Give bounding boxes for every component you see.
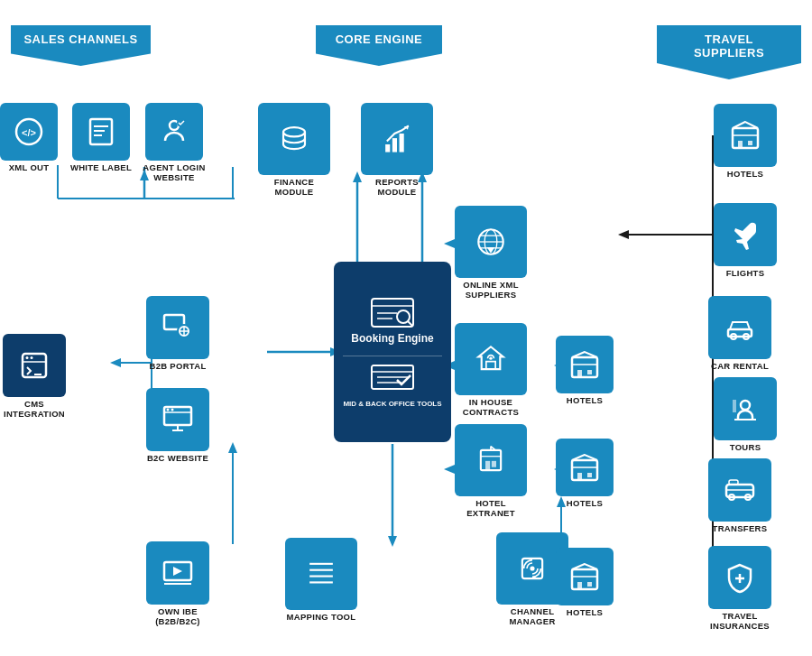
svg-marker-12: [110, 358, 121, 367]
ts-transfers-icon-box: [708, 458, 771, 522]
banner-core: CORE ENGINE: [316, 25, 442, 66]
svg-rect-122: [738, 141, 743, 148]
agent-login-label: AGENT LOGIN WEBSITE: [140, 162, 208, 183]
finance-label: FINANCE MODULE: [254, 177, 334, 198]
svg-rect-123: [748, 141, 752, 145]
svg-rect-105: [572, 357, 597, 377]
reports-icon-box: [361, 103, 433, 175]
svg-rect-108: [587, 370, 592, 374]
ts-transfers-label: TRANSFERS: [704, 523, 776, 533]
svg-point-61: [171, 409, 174, 411]
svg-rect-107: [577, 370, 582, 377]
svg-line-82: [408, 321, 412, 326]
in-house-label: IN HOUSE CONTRACTS: [450, 397, 531, 418]
svg-rect-131: [733, 400, 736, 412]
svg-rect-118: [587, 582, 592, 587]
cms-label: CMS INTEGRATION: [0, 399, 70, 420]
hotel-extranet-icon-box: [455, 424, 527, 496]
b2b-portal-icon-box: [146, 296, 209, 359]
svg-rect-73: [385, 144, 390, 152]
mapping-tool-label: MAPPING TOOL: [281, 612, 361, 622]
banner-suppliers: TRAVEL SUPPLIERS: [657, 25, 801, 79]
white-label-label: WHITE LABEL: [69, 162, 133, 172]
svg-point-66: [26, 356, 29, 359]
svg-rect-110: [572, 460, 597, 480]
own-ibe-icon-box: [146, 541, 209, 605]
svg-point-72: [283, 127, 305, 136]
b2c-website-label: B2C WEBSITE: [143, 453, 212, 463]
mapping-tool-icon-box: [285, 538, 357, 610]
ts-car-icon-box: [708, 296, 771, 359]
svg-rect-75: [400, 134, 404, 152]
svg-marker-20: [444, 239, 455, 248]
b2b-portal-label: B2B PORTAL: [143, 361, 212, 371]
ts-tours-label: TOURS: [713, 442, 778, 452]
finance-icon-box: [258, 103, 330, 175]
ts-car-label: CAR RENTAL: [704, 361, 776, 371]
xml-out-label: XML OUT: [0, 162, 60, 172]
online-xml-icon-box: [455, 206, 527, 278]
ts-insurance-icon-box: [708, 546, 771, 609]
booking-engine-label: Booking Engine: [351, 332, 433, 345]
svg-marker-24: [444, 465, 455, 474]
svg-rect-136: [729, 480, 738, 485]
svg-point-129: [741, 401, 750, 410]
ts-flights-icon-box: [714, 203, 777, 266]
ts-flights-label: FLIGHTS: [713, 268, 778, 278]
svg-rect-115: [572, 569, 597, 589]
online-xml-label: ONLINE XML SUPPLIERS: [450, 280, 531, 300]
cms-icon-box: [3, 334, 66, 397]
hotels-a-label: HOTELS: [558, 395, 612, 405]
svg-rect-120: [733, 128, 758, 148]
ts-tours-icon-box: [714, 377, 777, 440]
own-ibe-label: OWN IBE (B2B/B2C): [142, 606, 214, 627]
ts-hotels-icon-box: [714, 104, 777, 167]
svg-marker-70: [173, 567, 182, 576]
ts-hotels-label: HOTELS: [713, 169, 778, 179]
svg-rect-100: [485, 461, 490, 470]
xml-out-icon-box: </>: [0, 103, 58, 161]
svg-rect-112: [577, 473, 582, 480]
hotels-b-icon-box: [556, 439, 614, 496]
hotels-c-label: HOTELS: [558, 607, 612, 617]
svg-marker-109: [572, 352, 597, 357]
hotels-b-label: HOTELS: [558, 498, 612, 508]
agent-login-icon-box: [145, 103, 203, 161]
b2c-website-icon-box: [146, 388, 209, 451]
hotels-c-icon-box: [556, 548, 614, 605]
white-label-icon-box: [72, 103, 130, 161]
hotel-extranet-label: HOTEL EXTRANET: [450, 498, 531, 519]
ts-insurance-label: TRAVEL INSURANCES: [699, 611, 780, 632]
svg-point-104: [530, 566, 534, 570]
diagram-container: SALES CHANNELS CORE ENGINE TRAVEL SUPPLI…: [0, 0, 812, 656]
svg-marker-18: [388, 536, 397, 547]
svg-marker-119: [572, 564, 597, 569]
svg-point-97: [489, 356, 492, 359]
svg-point-60: [167, 409, 170, 411]
svg-point-67: [31, 356, 33, 359]
in-house-icon-box: [455, 323, 527, 395]
svg-text:</>: </>: [22, 127, 36, 138]
banner-sales: SALES CHANNELS: [11, 25, 151, 66]
svg-rect-113: [587, 473, 592, 477]
svg-point-81: [397, 310, 410, 323]
svg-marker-114: [572, 455, 597, 460]
booking-engine-box: Booking Engine MID & BACK OFFICE TOOLS: [334, 262, 451, 442]
hotels-a-icon-box: [556, 336, 614, 393]
svg-marker-44: [228, 442, 237, 453]
reports-label: REPORTS MODULE: [357, 177, 437, 198]
svg-rect-117: [577, 582, 582, 589]
back-office-label: MID & BACK OFFICE TOOLS: [343, 400, 442, 408]
svg-rect-98: [481, 450, 501, 470]
svg-rect-74: [392, 138, 397, 152]
svg-marker-36: [618, 230, 629, 239]
svg-rect-101: [492, 461, 496, 467]
